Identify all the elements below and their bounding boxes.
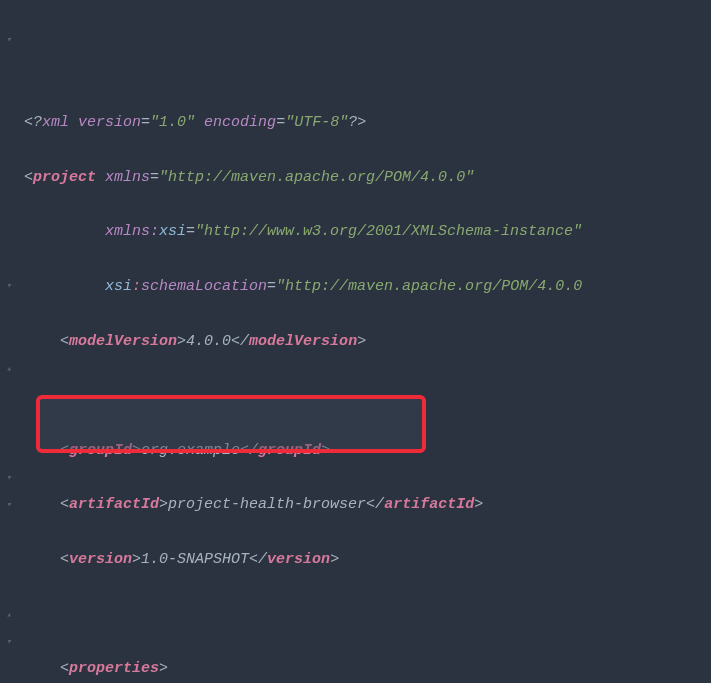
- code-line: <modelVersion>4.0.0</modelVersion>: [24, 328, 711, 355]
- code-line: [24, 382, 711, 409]
- code-line: <version>1.0-SNAPSHOT</version>: [24, 546, 711, 573]
- gutter: ▾ ▾ ▴ ▾ ▾ ▴ ▾: [0, 0, 22, 683]
- code-area[interactable]: <?xml version="1.0" encoding="UTF-8"?> <…: [22, 0, 711, 683]
- code-line: <properties>: [24, 655, 711, 682]
- code-line: xsi:schemaLocation="http://maven.apache.…: [24, 273, 711, 300]
- fold-icon[interactable]: ▾: [6, 36, 16, 46]
- code-editor[interactable]: ▾ ▾ ▴ ▾ ▾ ▴ ▾ <?xml version="1.0" encodi…: [0, 0, 711, 683]
- fold-icon[interactable]: ▾: [6, 501, 16, 511]
- code-line: <artifactId>project-health-browser</arti…: [24, 491, 711, 518]
- code-line: <project xmlns="http://maven.apache.org/…: [24, 164, 711, 191]
- fold-icon[interactable]: ▾: [6, 638, 16, 648]
- fold-icon[interactable]: ▴: [6, 365, 16, 375]
- fold-icon[interactable]: ▴: [6, 611, 16, 621]
- fold-icon[interactable]: ▾: [6, 282, 16, 292]
- fold-icon[interactable]: ▾: [6, 474, 16, 484]
- code-line: <groupId>org.example</groupId>: [24, 437, 711, 464]
- code-line: <?xml version="1.0" encoding="UTF-8"?>: [24, 109, 711, 136]
- code-line: xmlns:xsi="http://www.w3.org/2001/XMLSch…: [24, 218, 711, 245]
- code-line: [24, 601, 711, 628]
